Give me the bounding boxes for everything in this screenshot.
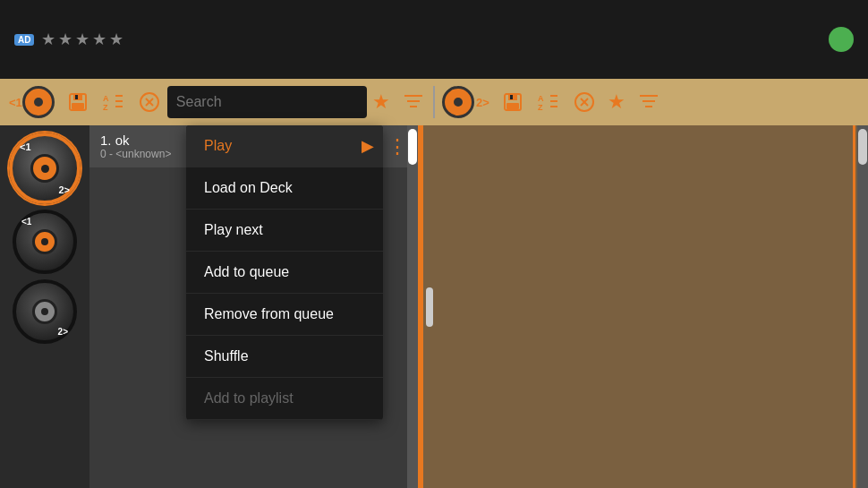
top-bar-left: AD ★ ★ ★ ★ ★ bbox=[14, 30, 123, 49]
deck-sidebar: <1 2> <1 2> bbox=[0, 125, 89, 488]
ad-badge: AD bbox=[14, 34, 34, 46]
content-area: <1 2> <1 2> bbox=[0, 125, 868, 488]
favorite-button[interactable]: ★ bbox=[367, 90, 396, 114]
right-scrollbar[interactable] bbox=[857, 125, 868, 488]
star-rating: ★ ★ ★ ★ ★ bbox=[41, 30, 123, 49]
right-panel bbox=[421, 125, 868, 488]
shuffle-label: Shuffle bbox=[204, 348, 249, 364]
deck1-button[interactable]: <1 bbox=[4, 82, 60, 122]
context-menu-add-to-queue[interactable]: Add to queue bbox=[186, 252, 383, 294]
star-5: ★ bbox=[109, 30, 123, 49]
add-to-playlist-label: Add to playlist bbox=[204, 390, 294, 407]
filter-right-button[interactable] bbox=[631, 82, 667, 122]
deck1-small-label: <1 bbox=[21, 217, 31, 227]
left-scroll-handle[interactable] bbox=[426, 287, 433, 327]
clear-button[interactable] bbox=[132, 82, 167, 122]
save-button[interactable] bbox=[60, 82, 96, 122]
context-menu-load-on-deck[interactable]: Load on Deck bbox=[186, 167, 383, 210]
favorite-right-button[interactable]: ★ bbox=[602, 90, 631, 114]
filter-button[interactable] bbox=[396, 82, 431, 122]
deck1-icon bbox=[22, 86, 55, 118]
svg-rect-3 bbox=[75, 95, 78, 99]
status-dot bbox=[829, 27, 854, 52]
toolbar-left: <1 A Z bbox=[4, 79, 431, 125]
deck1-circle[interactable]: <1 2> bbox=[9, 133, 81, 204]
left-content: <1 2> <1 2> bbox=[0, 125, 421, 488]
play-label: Play bbox=[204, 138, 232, 154]
right-panel-left-vline bbox=[421, 125, 423, 488]
search-input[interactable] bbox=[167, 86, 367, 118]
context-menu-remove-from-queue[interactable]: Remove from queue bbox=[186, 294, 383, 336]
scrollbar-thumb bbox=[408, 129, 417, 165]
deck2-icon bbox=[442, 86, 474, 118]
deck2-circle-label: 2> bbox=[58, 327, 68, 337]
save-right-button[interactable] bbox=[495, 82, 531, 122]
star-4: ★ bbox=[92, 30, 106, 49]
toolbar-divider bbox=[433, 86, 435, 118]
right-scrollbar-thumb bbox=[858, 129, 867, 165]
svg-rect-18 bbox=[510, 95, 513, 99]
star-3: ★ bbox=[75, 30, 89, 49]
play-next-label: Play next bbox=[204, 222, 263, 238]
deck1-label: <1 bbox=[9, 96, 22, 109]
context-menu-shuffle[interactable]: Shuffle bbox=[186, 336, 383, 378]
deck1-circle-sublabel: 2> bbox=[58, 184, 70, 195]
add-to-queue-label: Add to queue bbox=[204, 264, 289, 280]
context-menu: Play ▶ Load on Deck Play next Add to que… bbox=[186, 125, 383, 420]
svg-text:A: A bbox=[538, 94, 544, 103]
track-list-area: 1. ok 0 - <unknown> ⋮ Play ▶ Load on Dec… bbox=[89, 125, 418, 488]
context-menu-play-next[interactable]: Play next bbox=[186, 210, 383, 252]
svg-rect-17 bbox=[506, 103, 519, 109]
deck2-circle[interactable]: 2> bbox=[13, 279, 77, 344]
clear-right-button[interactable] bbox=[566, 82, 602, 122]
remove-from-queue-label: Remove from queue bbox=[204, 306, 334, 322]
main-panel: <1 A Z bbox=[0, 79, 868, 488]
svg-text:Z: Z bbox=[538, 103, 543, 112]
load-on-deck-label: Load on Deck bbox=[204, 180, 293, 196]
context-menu-play[interactable]: Play ▶ bbox=[186, 125, 383, 167]
star-2: ★ bbox=[58, 30, 72, 49]
context-menu-add-to-playlist[interactable]: Add to playlist bbox=[186, 378, 383, 420]
svg-text:A: A bbox=[103, 94, 109, 103]
toolbar: <1 A Z bbox=[0, 79, 868, 125]
svg-text:Z: Z bbox=[103, 103, 108, 112]
deck2-label: 2> bbox=[476, 96, 489, 109]
track-options-button[interactable]: ⋮ bbox=[387, 135, 407, 158]
play-arrow-icon: ▶ bbox=[362, 136, 374, 156]
deck1-circle-label: <1 bbox=[20, 141, 31, 152]
list-panel: <1 2> <1 2> bbox=[0, 125, 421, 488]
sort-az-right-button[interactable]: A Z bbox=[531, 82, 566, 122]
top-bar: AD ★ ★ ★ ★ ★ bbox=[0, 0, 868, 79]
toolbar-right: 2> A Z bbox=[437, 79, 864, 125]
deck1-small-circle[interactable]: <1 bbox=[13, 210, 77, 274]
svg-rect-2 bbox=[72, 103, 84, 109]
right-panel-right-vline bbox=[853, 125, 855, 488]
deck2-button[interactable]: 2> bbox=[437, 82, 495, 122]
list-scrollbar[interactable] bbox=[407, 125, 418, 488]
sort-az-button[interactable]: A Z bbox=[96, 82, 132, 122]
star-1: ★ bbox=[41, 30, 55, 49]
